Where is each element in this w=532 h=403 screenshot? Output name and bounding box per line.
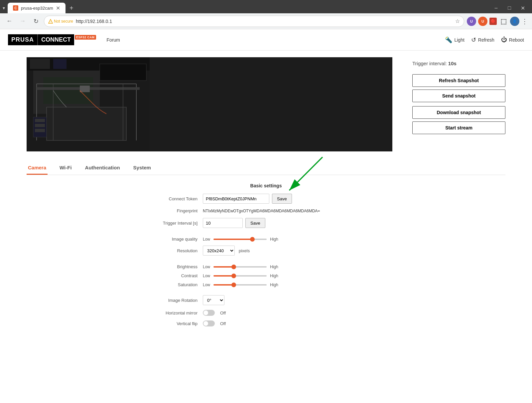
trigger-interval-label: Trigger Interval [s] [150,221,203,226]
image-rotation-row: Image Rotation 0° 90° 180° 270° [150,295,382,305]
logo-prusa: PRUSA [8,34,37,45]
saturation-low: Low [203,283,210,287]
contrast-label: Contrast [150,273,203,278]
address-bar[interactable]: ! Not secure http://192.168.0.1 ☆ [44,16,464,27]
bookmark-icon[interactable]: ☆ [455,18,460,24]
tab-camera[interactable]: Camera [27,161,48,175]
tab-list-button[interactable]: ▾ [3,5,5,11]
nav-forum[interactable]: Forum [107,37,120,43]
back-button[interactable]: ← [4,16,15,27]
browser-chrome: ▾ C prusa-esp32cam ✕ + – □ ✕ ← → ↻ ! Not… [0,0,532,29]
close-button[interactable]: ✕ [516,3,529,13]
logo: PRUSA CONNECT ESP32 CAM [8,34,96,45]
minimize-button[interactable]: – [489,3,503,13]
svg-rect-17 [30,59,50,69]
saturation-slider[interactable] [213,284,267,286]
tab-system[interactable]: System [132,161,152,175]
resolution-select[interactable]: 320x240 160x120 640x480 800x600 1024x768 [203,246,235,256]
horizontal-mirror-state: Off [220,310,226,315]
trigger-interval-save-button[interactable]: Save [245,218,265,228]
saturation-control: Low High [203,283,278,287]
connect-token-label: Connect Token [150,196,203,201]
saturation-thumb [231,283,236,287]
trigger-interval-input[interactable] [203,218,243,228]
image-quality-label: Image quality [150,237,203,242]
main-content: Trigger interval: 10s Refresh Snapshot S… [0,51,532,338]
header-right: 🔦 Light ↺ Refresh ⏻ Reboot [445,36,524,44]
light-button[interactable]: 🔦 Light [445,36,464,44]
reboot-button[interactable]: ⏻ Reboot [501,36,524,43]
trigger-interval-info: Trigger interval: 10s [412,61,505,66]
fingerprint-value: NTIxMzMyNDEwOTgxOTYgMDA6MDA6MDA6MDA6MDA6… [203,209,320,213]
vertical-flip-control: Off [203,320,382,326]
contrast-row: Contrast Low High [150,273,382,278]
start-stream-button[interactable]: Start stream [412,121,505,134]
horizontal-mirror-row: Horizontal mirror Off [150,310,382,316]
send-snapshot-button[interactable]: Send snapshot [412,90,505,102]
download-snapshot-button[interactable]: Download snapshot [412,106,505,119]
trigger-interval-control: Save [203,218,382,228]
horizontal-mirror-control: Off [203,310,382,316]
green-arrow-annotation [263,154,329,197]
vertical-flip-knob [203,321,208,326]
logo-esp32: ESP32 CAM [75,35,96,40]
saturation-high: High [270,283,278,287]
extension-btn-2[interactable]: U [478,17,487,26]
warning-icon: ! [48,19,53,24]
image-rotation-label: Image Rotation [150,298,203,303]
image-rotation-select[interactable]: 0° 90° 180° 270° [203,295,224,305]
tab-close-button[interactable]: ✕ [56,5,60,11]
svg-rect-9 [80,86,90,92]
fingerprint-control: NTIxMzMyNDEwOTgxOTYgMDA6MDA6MDA6MDA6MDA6… [203,209,382,213]
image-quality-slider[interactable] [213,239,267,240]
extension-btn-3[interactable]: 🔴 [489,18,497,25]
reboot-icon: ⏻ [501,36,507,43]
reload-button[interactable]: ↻ [31,16,41,27]
browser-more-button[interactable]: ⋮ [521,17,528,25]
refresh-icon: ↺ [471,36,476,44]
image-rotation-control: 0° 90° 180° 270° [203,295,382,305]
contrast-low: Low [203,274,210,278]
forward-button[interactable]: → [17,16,28,27]
camera-preview [27,57,392,151]
image-quality-low: Low [203,237,210,242]
fingerprint-row: Fingerprint NTIxMzMyNDEwOTgxOTYgMDA6MDA6… [150,208,382,213]
window-controls: – □ ✕ [489,3,529,13]
connect-token-input[interactable] [203,194,269,204]
tab-wifi[interactable]: Wi-Fi [58,161,73,175]
settings-section-title: Basic settings [150,183,382,188]
settings-section: Basic settings Connect Token Save [150,183,382,326]
browser-toolbar-right: U U 🔴 ⬚ 👤 ⋮ [467,17,528,26]
refresh-button[interactable]: ↺ Refresh [471,36,494,44]
resolution-row: Resolution 320x240 160x120 640x480 800x6… [150,246,382,256]
vertical-flip-label: Vertical flip [150,321,203,326]
vertical-flip-toggle[interactable] [203,320,215,326]
extension-btn-1[interactable]: U [467,17,476,26]
address-url: http://192.168.0.1 [76,19,453,24]
svg-rect-7 [47,107,126,140]
horizontal-mirror-toggle[interactable] [203,310,215,316]
camera-image-svg [27,57,150,150]
tab-authentication[interactable]: Authentication [84,161,121,175]
brightness-label: Brightness [150,264,203,269]
connect-token-save-button[interactable]: Save [272,194,292,204]
resolution-label: Resolution [150,248,203,253]
profile-btn[interactable]: 👤 [510,17,519,26]
contrast-thumb [231,274,236,278]
connect-token-row: Connect Token Save [150,194,382,204]
browser-tab-active[interactable]: C prusa-esp32cam ✕ [8,3,66,13]
security-warning: ! Not secure [48,19,73,24]
new-tab-button[interactable]: + [67,3,76,13]
brightness-control: Low High [203,265,278,269]
brightness-slider[interactable] [213,266,267,268]
svg-rect-18 [53,59,66,69]
brightness-high: High [270,265,278,269]
contrast-slider[interactable] [213,275,267,277]
tabs-row: Camera Wi-Fi Authentication System [27,161,505,175]
restore-button[interactable]: □ [503,3,516,13]
connect-token-control: Save [203,194,382,204]
extension-btn-4[interactable]: ⬚ [499,17,508,26]
refresh-snapshot-button[interactable]: Refresh Snapshot [412,74,505,87]
tab-title: prusa-esp32cam [21,6,53,11]
saturation-label: Saturation [150,282,203,287]
